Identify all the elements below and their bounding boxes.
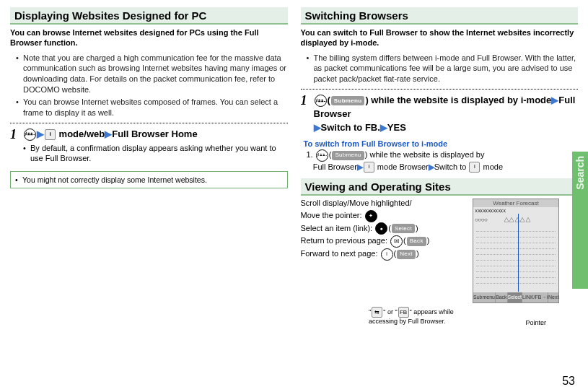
softkey-select[interactable]: Select: [508, 292, 522, 302]
softkey-submenu[interactable]: Submenu: [473, 292, 496, 302]
arrow-icon: ▶: [551, 95, 558, 105]
mail-button-icon[interactable]: ✉: [390, 235, 403, 248]
view-l5: Forward to next page:: [301, 249, 380, 258]
dpad-icon[interactable]: ✦: [365, 210, 377, 222]
imode-icon: i: [469, 162, 480, 173]
sub-txt2d: mode: [481, 162, 503, 171]
right-lead: You can switch to Full Browser to show t…: [301, 27, 579, 48]
step-number: 1: [301, 94, 310, 107]
sub-txt2b: mode Browser: [375, 162, 429, 171]
imode-icon: i: [364, 162, 374, 173]
left-column: Displaying Websites Designed for PC You …: [10, 7, 288, 327]
menu-button-icon[interactable]: ﾒﾆｭ-: [24, 129, 36, 141]
back-pill: Back: [407, 237, 426, 246]
step-number: 1: [10, 128, 19, 141]
sub-procedure: 1. ﾒﾆｭ-(Submenu) while the website is di…: [307, 149, 579, 173]
left-bullet-1: Note that you are charged a high communi…: [16, 53, 288, 95]
phone-screenshot: Weather Forecast ☓☓☓☓☓☓☓☓☓☓☓☓ ○○○○ △△△△△…: [473, 199, 559, 303]
right-step-text: ﾒﾆｭ-(Submenu) while the website is displ…: [314, 94, 579, 135]
left-step-note: By default, a confirmation display appea…: [23, 143, 288, 165]
left-bullet-2: You can browse Internet websites compose…: [16, 97, 288, 118]
sub-procedure-heading: To switch from Full Browser to i-mode: [304, 139, 579, 148]
imode-icon: i: [45, 129, 56, 140]
shot-symbols-1: ☓☓☓☓☓☓☓☓☓☓☓☓: [473, 207, 558, 215]
left-step-text: ﾒﾆｭ-▶i mode/web▶Full Browser Home: [23, 128, 198, 141]
fb-icon: ⇆: [372, 307, 382, 318]
arrow-icon: ▶: [37, 129, 44, 139]
left-lead: You can browse Internet websites designe…: [10, 27, 288, 48]
imode-button-icon[interactable]: i: [381, 248, 393, 261]
view-l3: Select an item (link):: [301, 224, 375, 232]
paren-open: (: [328, 95, 330, 105]
pointer-line: [518, 214, 519, 292]
right-step: 1 ﾒﾆｭ-(Submenu) while the website is dis…: [301, 94, 579, 135]
left-step-seg1: mode/web: [56, 129, 105, 139]
columns: Displaying Websites Designed for PC You …: [10, 7, 578, 327]
arrow-icon: ▶: [429, 162, 434, 171]
viewing-block: Scroll display/Move highlighted/ Move th…: [301, 197, 579, 327]
right-column: Switching Browsers You can switch to Ful…: [301, 7, 579, 327]
right-step-l2a: Switch to FB.: [321, 122, 380, 133]
arrow-icon: ▶: [105, 129, 112, 139]
sub-txt2a: Full Browser: [313, 162, 357, 171]
divider: [301, 89, 579, 90]
ol-num: 1.: [307, 150, 315, 159]
arrow-icon: ▶: [380, 122, 387, 133]
menu-button-icon[interactable]: ﾒﾆｭ-: [316, 149, 328, 162]
shot-rows: [473, 225, 558, 285]
caption-pointer: Pointer: [525, 319, 546, 327]
left-framed-note: You might not correctly display some Int…: [10, 171, 288, 188]
shot-symbols-2: ○○○○ △△△△△: [473, 215, 558, 225]
shot-softkeys: Submenu Back Select LINK/FB→i Next: [473, 292, 558, 302]
page: Displaying Websites Designed for PC You …: [0, 0, 588, 392]
center-button-icon[interactable]: ●: [375, 222, 387, 235]
sub-txt1: ) while the website is displayed by: [365, 150, 485, 159]
right-step-l1b: ) while the website is displayed by i-mo…: [365, 95, 551, 105]
fb-alt-icon: FB: [398, 307, 409, 318]
right-bullet-1: The billing system differs between i-mod…: [307, 53, 579, 85]
view-l4: Return to previous page:: [301, 236, 390, 245]
caption-icons: "⇆" or "FB" appears while accessing by F…: [369, 307, 470, 326]
arrow-icon: ▶: [314, 122, 321, 133]
heading-switching: Switching Browsers: [301, 7, 579, 25]
right-step-l2b: YES: [387, 122, 406, 133]
viewing-lines: Scroll display/Move highlighted/ Move th…: [301, 197, 467, 260]
softkey-back[interactable]: Back: [496, 292, 508, 302]
left-framed-note-text: You might not correctly display some Int…: [15, 175, 283, 185]
sub-txt2c: Switch to: [434, 162, 469, 171]
arrow-icon: ▶: [357, 162, 363, 171]
side-tab: Search: [572, 152, 588, 289]
side-tab-label: Search: [574, 156, 586, 190]
heading-viewing: Viewing and Operating Sites: [301, 178, 579, 196]
submenu-pill: Submenu: [331, 96, 365, 105]
select-pill: Select: [392, 224, 415, 233]
next-pill: Next: [397, 250, 416, 259]
left-bullets: Note that you are charged a high communi…: [10, 53, 288, 118]
heading-displaying: Displaying Websites Designed for PC: [10, 7, 288, 25]
submenu-pill: Submenu: [332, 151, 364, 160]
right-bullets: The billing system differs between i-mod…: [301, 53, 579, 85]
divider: [10, 123, 288, 123]
page-number: 53: [562, 375, 575, 388]
left-step: 1 ﾒﾆｭ-▶i mode/web▶Full Browser Home: [10, 128, 288, 141]
view-l1: Scroll display/Move highlighted/: [301, 199, 412, 207]
menu-button-icon[interactable]: ﾒﾆｭ-: [315, 95, 327, 107]
shot-title: Weather Forecast: [473, 199, 558, 207]
left-step-seg2: Full Browser Home: [112, 129, 197, 139]
softkey-link[interactable]: LINK/FB→i: [522, 292, 548, 302]
view-l2: Move the pointer:: [301, 211, 364, 219]
softkey-next[interactable]: Next: [548, 292, 559, 302]
